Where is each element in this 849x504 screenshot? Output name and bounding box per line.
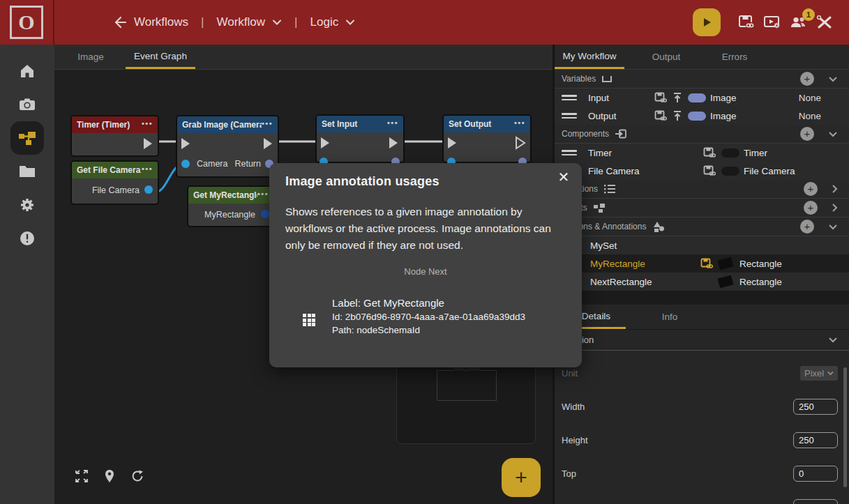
save-link-icon[interactable] — [654, 110, 667, 121]
logic-chevron-down-icon[interactable] — [345, 19, 355, 26]
sidebar-item-home[interactable] — [10, 54, 44, 88]
exec-in-pin[interactable] — [320, 136, 331, 150]
variables-icon — [601, 75, 613, 83]
width-input[interactable] — [793, 399, 838, 415]
add-annotation-button[interactable]: + — [800, 220, 814, 234]
panel-tab-bar: My Workflow Output Errors — [555, 45, 849, 70]
save-link-icon[interactable] — [654, 92, 667, 103]
tab-info[interactable]: Info — [652, 305, 687, 329]
hamburger-menu-icon[interactable] — [74, 20, 91, 25]
add-node-button[interactable]: + — [502, 458, 541, 497]
logic-menu[interactable]: Logic — [310, 15, 339, 29]
fit-view-icon[interactable] — [74, 468, 89, 484]
run-workflow-button[interactable] — [693, 8, 721, 36]
drag-handle-icon[interactable] — [562, 148, 578, 158]
workflow-chevron-down-icon[interactable] — [272, 19, 282, 26]
annotation-row-myrectangle[interactable]: MyRectangle Rectangle — [555, 254, 849, 273]
port-in-camera[interactable] — [181, 160, 190, 168]
refresh-icon[interactable] — [130, 468, 145, 484]
publish-icon[interactable] — [673, 92, 682, 103]
node-grab-image[interactable]: Grab Image (Camera)••• Camera Return — [176, 115, 279, 178]
component-row-timer[interactable]: Timer Timer — [555, 144, 849, 162]
tab-output[interactable]: Output — [645, 45, 687, 69]
tab-image[interactable]: Image — [67, 45, 114, 69]
node-set-input[interactable]: Set Input••• — [315, 114, 405, 163]
node-title: Get File Camera — [77, 165, 142, 175]
exec-in-pin[interactable] — [180, 137, 191, 151]
add-function-button[interactable]: + — [804, 182, 818, 196]
breadcrumb-workflows[interactable]: Workflows — [134, 15, 188, 29]
annotation-row-nextrectangle[interactable]: NextRectangle Rectangle — [555, 273, 849, 291]
workflow-menu[interactable]: Workflow — [217, 15, 266, 29]
folder-icon — [18, 165, 36, 178]
usage-label: Label: Get MyRectangle — [332, 297, 525, 309]
rectangle-shape-icon — [718, 257, 734, 270]
height-row: Height — [555, 423, 849, 457]
close-tools-icon[interactable] — [816, 14, 834, 31]
sidebar-item-settings[interactable] — [10, 188, 44, 222]
close-icon[interactable]: ✕ — [555, 169, 572, 185]
node-set-output[interactable]: Set Output••• — [442, 114, 532, 163]
annotation-set-row[interactable]: MySet — [555, 236, 849, 254]
save-link-icon[interactable] — [700, 258, 713, 269]
exec-in-pin[interactable] — [446, 136, 458, 150]
exec-out-pin[interactable] — [388, 136, 399, 150]
unit-select[interactable]: Pixel — [800, 366, 838, 381]
tab-event-graph[interactable]: Event Graph — [126, 45, 195, 69]
node-title: Set Input — [322, 119, 387, 129]
back-arrow-icon[interactable] — [112, 15, 127, 30]
variable-value: None — [799, 111, 849, 121]
exec-out-pin[interactable] — [142, 137, 153, 151]
add-event-button[interactable]: + — [804, 201, 818, 215]
collapse-variables-icon[interactable] — [828, 76, 838, 82]
section-events: Events + — [555, 199, 849, 217]
set-name: MySet — [590, 240, 617, 251]
collapse-components-icon[interactable] — [828, 131, 838, 137]
add-variable-button[interactable]: + — [800, 72, 814, 86]
process-settings-icon[interactable] — [762, 14, 782, 31]
save-link-icon[interactable] — [703, 147, 716, 158]
collapse-annotations-icon[interactable] — [828, 224, 838, 230]
locate-pin-icon[interactable] — [102, 468, 117, 484]
drag-handle-icon[interactable] — [562, 111, 578, 121]
variable-row-output[interactable]: Output Image None — [555, 107, 849, 125]
expand-functions-icon[interactable] — [832, 184, 838, 194]
expand-events-icon[interactable] — [832, 203, 838, 213]
drag-handle-icon[interactable] — [562, 93, 578, 102]
alert-icon — [19, 230, 36, 247]
top-input[interactable] — [793, 466, 838, 482]
save-link-icon[interactable] — [737, 14, 756, 31]
sidebar-item-workflows[interactable] — [10, 121, 44, 155]
node-get-file-camera[interactable]: Get File Camera••• File Camera — [70, 160, 159, 205]
left-row: Left — [555, 490, 849, 504]
tab-errors[interactable]: Errors — [717, 45, 752, 69]
tab-my-workflow[interactable]: My Workflow — [555, 45, 624, 69]
publish-icon[interactable] — [673, 110, 682, 121]
collapse-position-icon[interactable] — [828, 337, 838, 343]
height-input[interactable] — [793, 432, 838, 448]
exec-out-pin[interactable] — [515, 136, 526, 150]
users-button[interactable]: 1 — [789, 14, 809, 31]
add-component-button[interactable]: + — [800, 127, 814, 141]
annotation-name: MyRectangle — [590, 259, 645, 269]
app-logo[interactable]: O — [0, 0, 54, 45]
details-section-position[interactable]: Position — [555, 330, 849, 351]
node-timer[interactable]: Timer (Timer)••• — [70, 115, 159, 157]
port-out-myrectangle[interactable] — [261, 210, 269, 218]
camera-icon — [18, 97, 36, 112]
exec-out-pin[interactable] — [262, 137, 273, 151]
sidebar-item-files[interactable] — [10, 155, 44, 188]
component-row-file-camera[interactable]: File Camera File Camera — [555, 162, 849, 180]
node-title: Get MyRectangle — [193, 190, 257, 200]
sidebar-item-alerts[interactable] — [10, 222, 44, 255]
numbered-list-icon — [603, 183, 616, 194]
variable-row-input[interactable]: Input Image None — [555, 89, 849, 107]
port-out-file-camera[interactable] — [144, 185, 153, 194]
annotation-type: Rectangle — [739, 277, 816, 287]
sidebar-item-camera[interactable] — [10, 88, 44, 121]
save-link-icon[interactable] — [703, 165, 716, 176]
type-label: Timer — [744, 148, 767, 158]
details-scrollbar[interactable] — [843, 367, 847, 487]
node-get-myrectangle[interactable]: Get MyRectangle••• MyRectangle — [187, 185, 275, 227]
left-input[interactable] — [793, 499, 838, 504]
